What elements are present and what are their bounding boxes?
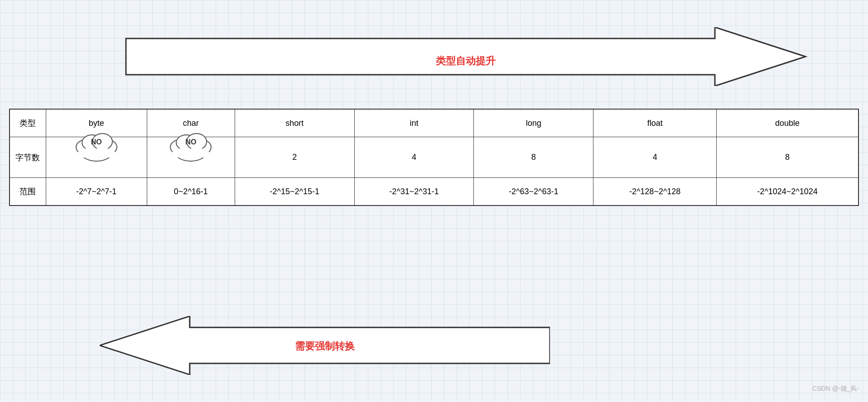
col-header-short: short [235,109,354,137]
col-header-long: long [474,109,593,137]
row-label-bytes: 字节数 [10,137,46,178]
cell-long-range: -2^63~2^63-1 [474,178,593,206]
cell-char-range: 0~2^16-1 [147,178,235,206]
watermark: CSDN @-随_风- [812,385,859,393]
cell-short-bytes: 2 [235,137,354,178]
forced-cast-label: 需要强制转换 [100,340,550,353]
cloud-char: NO [166,124,216,164]
cell-byte-range: -2^7~2^7-1 [46,178,147,206]
svg-rect-13 [173,148,209,158]
col-header-double: double [717,109,858,137]
table-header-row: 类型 byte char short int long float double [10,109,858,137]
data-type-table: 类型 byte char short int long float double… [9,109,859,206]
cell-float-bytes: 4 [593,137,717,178]
table-row-bytes: 字节数 1 N [10,137,858,178]
cell-long-bytes: 8 [474,137,593,178]
cell-char-bytes: 2 NO [147,137,235,178]
cloud-byte-label: NO [91,138,102,146]
col-header-int: int [354,109,474,137]
cell-int-bytes: 4 [354,137,474,178]
cell-int-range: -2^31~2^31-1 [354,178,474,206]
cell-byte-bytes: 1 NO [46,137,147,178]
cell-double-bytes: 8 [717,137,858,178]
cloud-byte: NO [72,124,121,164]
col-header-float: float [593,109,717,137]
cell-short-range: -2^15~2^15-1 [235,178,354,206]
auto-promotion-label: 类型自动提升 [100,54,832,68]
cell-double-range: -2^1024~2^1024 [717,178,858,206]
cell-float-range: -2^128~2^128 [593,178,717,206]
table-row-range: 范围 -2^7~2^7-1 0~2^16-1 -2^15~2^15-1 -2^3… [10,178,858,206]
col-header-type: 类型 [10,109,46,137]
cloud-char-label: NO [185,138,196,146]
svg-rect-7 [78,148,115,158]
row-label-range: 范围 [10,178,46,206]
